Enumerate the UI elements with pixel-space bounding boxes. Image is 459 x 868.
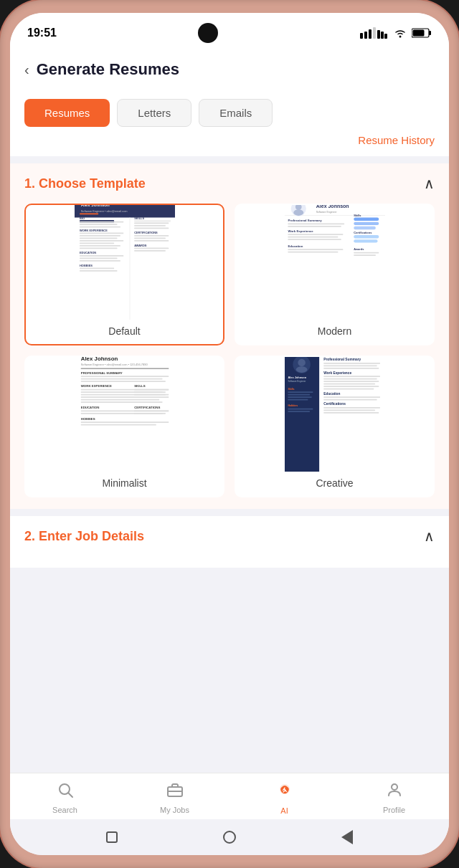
svg-rect-59 (288, 239, 341, 240)
svg-rect-6 (384, 34, 387, 39)
svg-rect-31 (80, 257, 118, 259)
svg-text:HOBBIES: HOBBIES (80, 416, 95, 420)
svg-rect-65 (354, 239, 377, 242)
svg-text:PROFESSIONAL SUMMARY: PROFESSIONAL SUMMARY (80, 371, 122, 374)
creative-resume-svg: Alex Johnson Software Engineer Skills Ho… (285, 357, 385, 472)
tabs-row: Resumes Letters Emails (24, 99, 435, 127)
svg-rect-43 (134, 237, 166, 239)
template-preview-creative: Alex Johnson Software Engineer Skills Ho… (236, 357, 433, 472)
back-button[interactable]: ‹ (24, 62, 29, 78)
svg-text:Certifications: Certifications (323, 402, 346, 406)
briefcase-icon (166, 781, 184, 803)
svg-rect-23 (80, 235, 120, 237)
svg-rect-94 (134, 394, 169, 395)
svg-text:Software Engineer • alex@email: Software Engineer • alex@email.com • 123… (80, 363, 148, 366)
bottom-nav: Search My Jobs (10, 773, 449, 819)
svg-text:BIO: BIO (80, 216, 85, 220)
svg-rect-1 (364, 32, 367, 39)
svg-rect-15 (80, 213, 98, 214)
tab-resumes[interactable]: Resumes (24, 99, 110, 127)
nav-profile[interactable]: Profile (339, 781, 449, 814)
svg-text:Work Experience: Work Experience (323, 371, 351, 374)
svg-text:Alex Johnson: Alex Johnson (288, 375, 306, 378)
enter-job-details-section: 2. Enter Job Details ∧ (10, 516, 449, 568)
svg-rect-36 (134, 220, 171, 222)
svg-text:HOBBIES: HOBBIES (80, 263, 93, 267)
template-card-modern[interactable]: Alex Johnson Software Engineer Professio… (235, 204, 435, 345)
svg-rect-60 (354, 217, 379, 220)
svg-rect-22 (80, 232, 123, 234)
svg-point-107 (298, 358, 306, 366)
svg-text:Professional Summary: Professional Summary (288, 218, 322, 221)
svg-rect-61 (354, 221, 379, 224)
nav-search[interactable]: Search (10, 781, 120, 814)
svg-rect-54 (288, 223, 344, 224)
minimalist-resume-svg: Alex Johnson Software Engineer • alex@em… (75, 357, 175, 472)
home-button[interactable] (222, 829, 237, 845)
svg-rect-71 (354, 252, 379, 253)
section1-chevron[interactable]: ∧ (424, 175, 435, 192)
svg-text:SKILLS: SKILLS (134, 384, 146, 388)
svg-text:SKILLS: SKILLS (134, 216, 144, 220)
svg-rect-30 (80, 255, 123, 257)
svg-text:Work Experience: Work Experience (288, 229, 313, 232)
svg-rect-42 (134, 235, 169, 237)
modern-resume-svg: Alex Johnson Software Engineer Professio… (285, 205, 385, 320)
section1-title: 1. Choose Template (24, 176, 146, 191)
svg-rect-81 (80, 376, 169, 377)
phone-screen: 19:51 (10, 13, 449, 855)
choose-template-section: 1. Choose Template ∧ Alex Johnson Softwa… (10, 163, 449, 509)
square-icon (106, 831, 118, 843)
svg-rect-134 (323, 407, 380, 409)
status-time: 19:51 (27, 27, 57, 39)
svg-rect-99 (80, 421, 169, 423)
svg-text:Certifications: Certifications (354, 231, 372, 234)
svg-rect-135 (323, 409, 375, 411)
person-icon (386, 781, 403, 803)
recent-apps-button[interactable] (104, 829, 120, 845)
tabs-section: Resumes Letters Emails (10, 90, 449, 127)
svg-rect-132 (323, 399, 377, 400)
svg-rect-69 (288, 251, 338, 252)
tab-letters[interactable]: Letters (117, 99, 191, 127)
tab-emails[interactable]: Emails (199, 99, 273, 127)
camera-notch (198, 23, 218, 43)
status-icons (360, 27, 432, 39)
svg-rect-124 (323, 376, 380, 377)
svg-rect-121 (323, 365, 377, 366)
resume-history-link[interactable]: Resume History (358, 134, 435, 146)
svg-rect-46 (134, 247, 169, 249)
svg-rect-92 (134, 388, 169, 390)
resume-history-row: Resume History (10, 127, 449, 156)
svg-rect-19 (80, 224, 118, 225)
section1-header: 1. Choose Template ∧ (24, 175, 435, 192)
nav-ai[interactable]: AI (230, 781, 339, 815)
svg-rect-18 (80, 221, 123, 222)
svg-rect-58 (288, 236, 338, 237)
section2-chevron[interactable]: ∧ (424, 528, 435, 545)
svg-rect-2 (369, 29, 372, 39)
svg-rect-127 (323, 383, 375, 384)
svg-text:WORK EXPERIENCE: WORK EXPERIENCE (80, 228, 108, 232)
svg-rect-26 (80, 242, 114, 244)
svg-rect-25 (80, 240, 123, 242)
svg-rect-62 (354, 226, 376, 229)
svg-text:Software Engineer: Software Engineer (288, 380, 306, 383)
template-card-minimalist[interactable]: Alex Johnson Software Engineer • alex@em… (24, 356, 224, 497)
template-label-default: Default (26, 320, 223, 344)
svg-rect-117 (288, 408, 313, 409)
back-nav-button[interactable] (339, 829, 355, 845)
svg-text:Software Engineer • alex@email: Software Engineer • alex@email.com (80, 209, 128, 212)
template-card-default[interactable]: Alex Johnson Software Engineer • alex@em… (24, 204, 224, 345)
svg-rect-115 (288, 399, 308, 400)
svg-rect-39 (134, 225, 166, 226)
svg-rect-112 (288, 391, 313, 393)
svg-rect-93 (134, 391, 166, 393)
circle-icon (223, 831, 236, 844)
template-card-creative[interactable]: Alex Johnson Software Engineer Skills Ho… (235, 356, 435, 497)
svg-rect-4 (377, 30, 380, 39)
svg-rect-90 (80, 401, 162, 403)
battery-icon (412, 28, 432, 38)
svg-rect-5 (381, 32, 384, 39)
nav-myjobs[interactable]: My Jobs (120, 781, 230, 814)
